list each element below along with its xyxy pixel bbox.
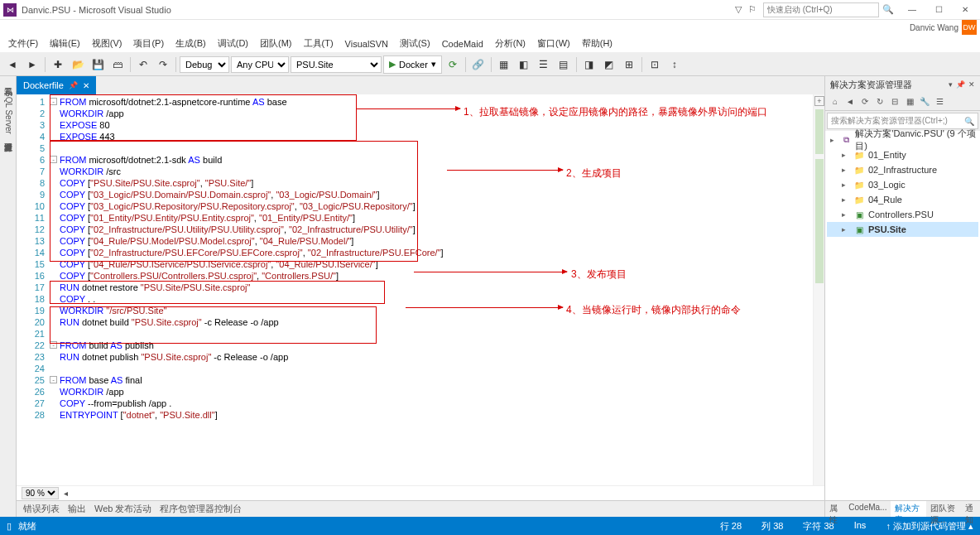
show-all-icon[interactable]: ▦ bbox=[903, 95, 916, 108]
code-line[interactable]: WORKDIR /app bbox=[50, 108, 813, 119]
solution-node[interactable]: ▸⧉解决方案'Danvic.PSU' (9 个项目) bbox=[827, 133, 978, 147]
menu-item[interactable]: 窗口(W) bbox=[532, 36, 575, 51]
menu-item[interactable]: 项目(P) bbox=[128, 36, 169, 51]
code-line[interactable]: WORKDIR "/src/PSU.Site" bbox=[50, 305, 813, 316]
redo-button[interactable]: ↷ bbox=[154, 55, 172, 74]
code-line[interactable]: -FROM base AS final bbox=[50, 374, 813, 386]
tab-close-icon[interactable]: ✕ bbox=[83, 81, 89, 90]
bottom-tab[interactable]: Web 发布活动 bbox=[94, 503, 151, 515]
code-line[interactable]: COPY ["03_Logic/PSU.Domain/PSU.Domain.cs… bbox=[50, 189, 813, 200]
right-panel-tab[interactable]: CodeMa... bbox=[844, 501, 891, 517]
collapse-icon[interactable]: ⊟ bbox=[888, 95, 901, 108]
right-panel-tab[interactable]: 通知 bbox=[961, 501, 980, 517]
user-avatar[interactable]: DW bbox=[962, 20, 977, 35]
new-project-button[interactable]: ✚ bbox=[49, 55, 67, 74]
code-line[interactable] bbox=[50, 328, 813, 340]
nav-fwd-button[interactable]: ► bbox=[23, 55, 41, 74]
quick-launch-input[interactable] bbox=[763, 2, 879, 17]
browser-link-button[interactable]: 🔗 bbox=[469, 55, 488, 74]
tree-node[interactable]: ▸📁02_Infrastructure bbox=[827, 162, 978, 177]
tool-btn-6[interactable]: ◩ bbox=[600, 55, 618, 74]
minimize-button[interactable]: — bbox=[901, 2, 924, 18]
home-icon[interactable]: ⌂ bbox=[829, 95, 842, 108]
close-button[interactable]: ✕ bbox=[954, 2, 977, 18]
code-line[interactable]: COPY ["Controllers.PSU/Controllers.PSU.c… bbox=[50, 270, 813, 282]
undo-button[interactable]: ↶ bbox=[134, 55, 152, 74]
menu-item[interactable]: 分析(N) bbox=[490, 36, 531, 51]
sync-icon[interactable]: ⟳ bbox=[858, 95, 872, 108]
code-line[interactable]: COPY ["04_Rule/PSU.Model/PSU.Model.cspro… bbox=[50, 235, 813, 247]
tool-btn-1[interactable]: ▦ bbox=[495, 55, 513, 74]
fold-icon[interactable]: - bbox=[50, 341, 57, 349]
refresh-icon[interactable]: ↻ bbox=[873, 95, 886, 108]
code-line[interactable]: COPY ["04_Rule/PSU.IService/PSU.IService… bbox=[50, 258, 813, 270]
fold-icon[interactable]: - bbox=[50, 156, 57, 163]
code-line[interactable]: -FROM microsoft/dotnet:2.1-aspnetcore-ru… bbox=[50, 96, 813, 108]
open-button[interactable]: 📂 bbox=[69, 55, 87, 74]
code-line[interactable]: RUN dotnet publish "PSU.Site.csproj" -c … bbox=[50, 351, 813, 363]
menu-item[interactable]: 生成(B) bbox=[171, 36, 211, 51]
code-line[interactable]: WORKDIR /src bbox=[50, 166, 813, 177]
solution-tree[interactable]: ▸⧉解决方案'Danvic.PSU' (9 个项目)▸📁01_Entity▸📁0… bbox=[825, 131, 980, 500]
dockerfile-tab[interactable]: Dockerfile 📌 ✕ bbox=[17, 76, 96, 94]
code-line[interactable]: EXPOSE 443 bbox=[50, 131, 813, 142]
save-button[interactable]: 💾 bbox=[89, 55, 107, 74]
code-line[interactable]: RUN dotnet restore "PSU.Site/PSU.Site.cs… bbox=[50, 282, 813, 293]
search-icon[interactable]: 🔍 bbox=[882, 4, 894, 15]
code-line[interactable] bbox=[50, 363, 813, 374]
bottom-tab[interactable]: 输出 bbox=[68, 503, 86, 515]
menu-item[interactable]: 编辑(E) bbox=[45, 36, 85, 51]
properties-icon[interactable]: 🔧 bbox=[918, 95, 931, 108]
startup-combo[interactable]: PSU.Site bbox=[291, 56, 382, 73]
preview-icon[interactable]: ☰ bbox=[933, 95, 946, 108]
hscroll-left[interactable]: ◂ bbox=[64, 489, 68, 498]
filter-icon[interactable]: ▽ bbox=[735, 4, 742, 15]
save-all-button[interactable]: 🗃 bbox=[108, 55, 127, 74]
panel-pin-icon[interactable]: 📌 bbox=[956, 80, 965, 89]
right-panel-tab[interactable]: 解决方案... bbox=[891, 501, 925, 517]
code-line[interactable]: ENTRYPOINT ["dotnet", "PSU.Site.dll"] bbox=[50, 409, 813, 421]
solution-search[interactable]: 搜索解决方案资源管理器(Ctrl+;) 🔍 bbox=[827, 113, 978, 129]
menu-item[interactable]: 团队(M) bbox=[255, 36, 297, 51]
code-line[interactable]: COPY --from=publish /app . bbox=[50, 398, 813, 409]
bottom-tab[interactable]: 程序包管理器控制台 bbox=[160, 503, 242, 515]
tree-node[interactable]: ▸📁04_Rule bbox=[827, 192, 978, 207]
tool-btn-5[interactable]: ◨ bbox=[580, 55, 598, 74]
pin-icon[interactable]: 📌 bbox=[69, 81, 78, 89]
code-line[interactable]: COPY ["02_Infrastructure/PSU.Utility/PSU… bbox=[50, 224, 813, 235]
tree-node[interactable]: ▸📁03_Logic bbox=[827, 177, 978, 192]
code-line[interactable]: COPY ["03_Logic/PSU.Repository/PSU.Repos… bbox=[50, 200, 813, 212]
user-name[interactable]: Danvic Wang bbox=[910, 23, 958, 32]
tool-btn-7[interactable]: ⊞ bbox=[620, 55, 638, 74]
tool-btn-2[interactable]: ◧ bbox=[515, 55, 533, 74]
menu-item[interactable]: 文件(F) bbox=[3, 36, 43, 51]
fold-icon[interactable]: - bbox=[50, 376, 57, 383]
code-editor[interactable]: 1234567891011121314151617181920212223242… bbox=[17, 94, 824, 485]
code-line[interactable]: COPY ["PSU.Site/PSU.Site.csproj", "PSU.S… bbox=[50, 177, 813, 189]
tool-btn-9[interactable]: ↕ bbox=[665, 55, 684, 74]
bottom-tab[interactable]: 错误列表 bbox=[23, 503, 60, 515]
tool-btn-3[interactable]: ☰ bbox=[535, 55, 553, 74]
config-combo[interactable]: Debug bbox=[180, 56, 229, 73]
tree-node[interactable]: ▸▣Controllers.PSU bbox=[827, 207, 978, 222]
code-line[interactable]: COPY . . bbox=[50, 293, 813, 305]
platform-combo[interactable]: Any CPU bbox=[231, 56, 289, 73]
maximize-button[interactable]: ☐ bbox=[927, 2, 950, 18]
split-button[interactable]: + bbox=[814, 96, 824, 106]
right-panel-tab[interactable]: 属性 bbox=[825, 501, 844, 517]
scrollbar-minimap[interactable]: + bbox=[813, 94, 824, 485]
flag-icon[interactable]: ⚐ bbox=[748, 4, 757, 15]
menu-item[interactable]: CodeMaid bbox=[437, 37, 488, 51]
menu-item[interactable]: 视图(V) bbox=[87, 36, 127, 51]
tool-btn-4[interactable]: ▤ bbox=[555, 55, 573, 74]
panel-menu-icon[interactable]: ▾ bbox=[949, 80, 953, 89]
tree-node[interactable]: ▸▣PSU.Site bbox=[827, 222, 978, 237]
se-back-icon[interactable]: ◄ bbox=[843, 95, 857, 108]
refresh-button[interactable]: ⟳ bbox=[444, 55, 462, 74]
code-line[interactable] bbox=[50, 142, 813, 154]
start-debug-button[interactable]: ▶Docker▾ bbox=[383, 55, 442, 74]
menu-item[interactable]: 测试(S) bbox=[395, 36, 435, 51]
code-line[interactable]: WORKDIR /app bbox=[50, 386, 813, 398]
menu-item[interactable]: 帮助(H) bbox=[577, 36, 617, 51]
menu-item[interactable]: 工具(T) bbox=[299, 36, 339, 51]
